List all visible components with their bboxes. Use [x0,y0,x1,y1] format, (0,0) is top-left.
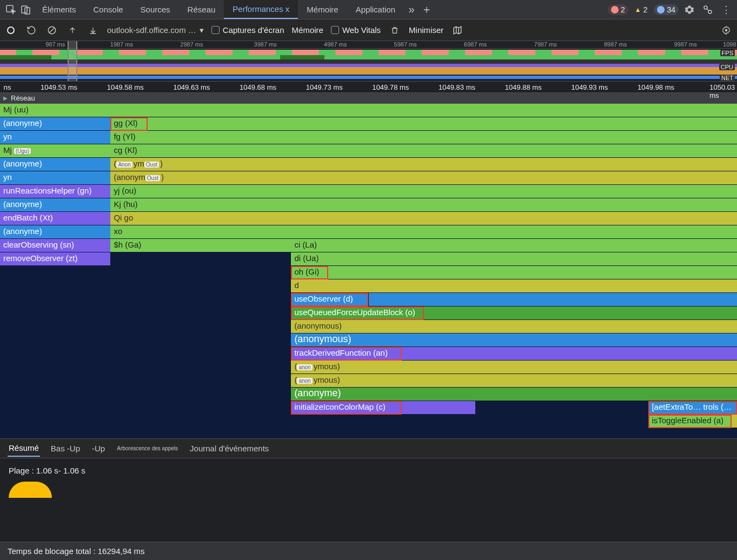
error-badge[interactable]: 2 [608,4,628,15]
tab-summary[interactable]: Résumé [8,440,40,457]
clear-icon[interactable] [45,24,58,37]
tab-memory[interactable]: Mémoire [298,0,347,19]
frame-bar[interactable]: (AnonymOust) [110,158,737,171]
frame-bar[interactable]: (anonyme) [0,158,110,171]
frame-bar[interactable]: (anonyme) [291,388,737,401]
frame-bar[interactable]: (anonyme) [0,225,110,239]
net-track: NET [0,76,737,81]
tab-calltree[interactable]: Arborescence des appels [116,442,179,455]
frame-bar[interactable]: ci (La) [291,239,737,252]
frame-bar[interactable] [402,347,737,361]
network-section-header[interactable]: Réseau [0,93,737,104]
tab-console[interactable]: Console [85,0,132,19]
frame-bar[interactable]: useObserver (d) [291,293,368,306]
frame-bar[interactable]: cg (Kl) [110,144,737,158]
overview-pane[interactable]: 987 ms 1987 ms 2987 ms 3987 ms 4987 ms 5… [0,41,737,81]
frame-bar[interactable]: yn [0,131,110,144]
recording-select[interactable]: outlook-sdf.office.com … ▾ [107,25,204,35]
upload-icon[interactable] [66,24,79,37]
frame-bar[interactable]: (anonyme) [0,198,110,212]
summary-range: Plage : 1.06 s- 1.06 s [9,466,728,475]
kebab-menu-icon[interactable]: ⋮ [719,2,734,17]
frame-bar[interactable]: Mj (Ugu) [0,144,110,158]
frame-bar[interactable]: initializeIconColorMap (c) [291,401,401,415]
frame-bar[interactable] [328,266,737,279]
summary-pane: Plage : 1.06 s- 1.06 s [0,458,737,505]
record-button[interactable] [4,24,17,37]
checkbox-icon [211,26,220,34]
webvitals-checkbox[interactable]: Web Vitals [331,25,381,35]
frame-bar[interactable]: runReactionsHelper (gn) [0,185,110,198]
frame-bar[interactable]: $h (Ga) [110,239,291,252]
summary-donut [9,482,52,498]
frame-bar[interactable]: (anonymous) [291,320,737,334]
frame-bar[interactable]: yn [0,171,110,185]
memory-label[interactable]: Mémoire [292,25,323,35]
frame-bar[interactable] [148,117,737,131]
frame-bar[interactable]: removeObserver (zt) [0,252,110,266]
blocking-time-footer: Temps de blocage total : 16294,94 ms [0,542,737,560]
frame-bar[interactable]: gg (Xl) [110,117,147,131]
frame-bar[interactable]: (anonyme) [0,117,110,131]
inspect-element-icon[interactable] [3,2,18,17]
flame-ruler[interactable]: ns 1049.53 ms 1049.58 ms 1049.63 ms 1049… [0,81,737,93]
frame-bar[interactable]: (anonymous) [291,374,737,388]
tab-network[interactable]: Réseau [179,0,224,19]
download-icon[interactable] [87,24,99,37]
frame-bar[interactable]: (anonymous) [291,361,737,374]
settings-gear-icon[interactable] [682,2,697,17]
fps-track: FPS [0,50,737,59]
tab-sources[interactable]: Sources [132,0,179,19]
panel-settings-gear-icon[interactable] [720,24,733,37]
tab-performance[interactable]: Performances x [224,0,298,19]
more-tabs-icon[interactable]: » [404,2,419,17]
devtools-topbar: Éléments Console Sources Réseau Performa… [0,0,737,19]
frame-bar[interactable] [402,401,475,415]
frame-bar[interactable]: Mj (uu) [0,104,737,117]
frame-bar[interactable] [369,293,738,306]
trash-icon[interactable] [388,24,401,37]
frame-bar[interactable]: endBatch (Xt) [0,212,110,225]
frame-bar[interactable]: trackDerivedFunction (an) [291,347,401,361]
tab-application[interactable]: Application [347,0,404,19]
perf-toolbar: outlook-sdf.office.com … ▾ Captures d'éc… [0,19,737,41]
frame-bar[interactable]: [aetExtraTo… trols (co)] [648,401,737,415]
cpu-track: CPU [0,59,737,76]
reload-record-icon[interactable] [25,24,38,37]
chevron-down-icon: ▾ [200,25,204,35]
frame-bar[interactable]: oh (Gi) [291,266,328,279]
tab-elements[interactable]: Éléments [34,0,85,19]
svg-rect-1 [22,6,27,13]
frame-bar[interactable] [424,306,737,320]
checkbox-icon [331,26,339,34]
warning-badge[interactable]: 2 [632,4,651,15]
dock-icon[interactable] [700,2,715,17]
frame-bar[interactable]: Kj (hu) [110,198,737,212]
frame-bar[interactable]: (anonymOust) [110,171,737,185]
tab-eventlog[interactable]: Journal d'événements [189,441,270,456]
overview-ruler: 987 ms 1987 ms 2987 ms 3987 ms 4987 ms 5… [0,41,737,49]
frame-bar[interactable]: di (Ua) [291,252,737,266]
frame-bar[interactable]: Qi go [110,212,737,225]
frame-bar[interactable]: d [291,279,737,293]
tab-bottomup-2[interactable]: -Up [91,441,106,456]
map-icon[interactable] [451,24,464,37]
frame-bar[interactable]: yj (ou) [110,185,737,198]
info-badge[interactable]: 34 [654,4,679,15]
overview-cursor[interactable] [68,41,77,81]
frame-bar[interactable]: fg (Yl) [110,131,737,144]
details-tabbar: Résumé Bas -Up -Up Arborescence des appe… [0,439,737,458]
frame-bar[interactable]: useQueuedForceUpdateBlock (o) [291,306,423,320]
screenshots-checkbox[interactable]: Captures d'écran [211,25,284,35]
flamechart[interactable]: Mj (uu) (anonyme) gg (Xl) yn fg (Yl) Mj … [0,104,737,439]
frame-bar[interactable]: clearObserving (sn) [0,239,110,252]
tab-bottomup[interactable]: Bas -Up [50,441,81,456]
frame-bar[interactable] [732,415,737,428]
frame-bar[interactable]: (anonymous) [291,334,737,347]
frame-bar[interactable]: xo [110,225,737,239]
add-tab-icon[interactable]: ＋ [419,2,434,17]
collapse-label[interactable]: Minimiser [409,25,443,35]
frame-bar[interactable]: isToggleEnabled (a) [648,415,732,428]
recording-url: outlook-sdf.office.com … [107,25,196,35]
device-toggle-icon[interactable] [18,2,34,17]
